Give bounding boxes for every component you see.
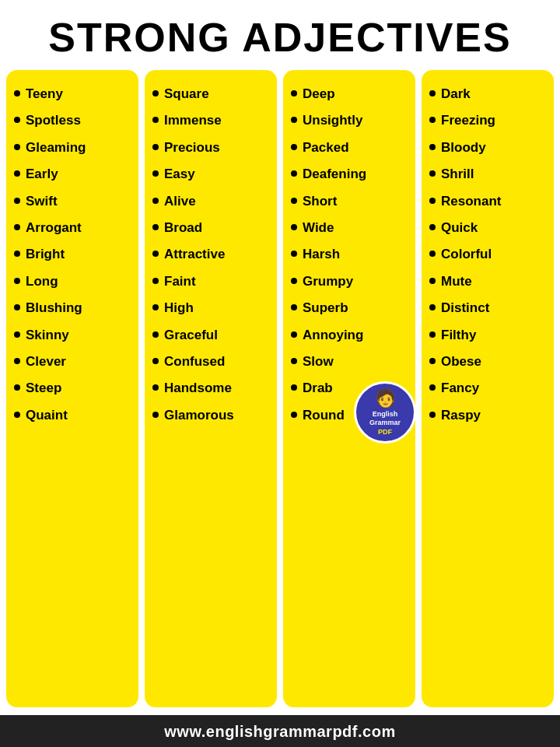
adjective-label: Fancy — [441, 381, 479, 396]
list-item: Annoying — [291, 322, 408, 349]
list-item: Resonant — [429, 188, 546, 215]
bullet-icon — [291, 412, 297, 418]
adjective-label: Spotless — [26, 113, 81, 128]
logo-line3: PDF — [378, 428, 392, 437]
adjective-label: Slow — [303, 354, 334, 370]
adjective-label: Early — [26, 167, 58, 182]
bullet-icon — [152, 90, 159, 96]
footer: www.englishgrammarpdf.com — [0, 715, 560, 747]
adjective-label: Freezing — [441, 113, 495, 128]
list-item: Faint — [152, 268, 269, 295]
adjective-label: Unsightly — [303, 113, 362, 128]
list-item: Bright — [14, 241, 131, 268]
list-item: High — [152, 295, 269, 321]
bullet-icon — [429, 251, 436, 257]
list-item: Precious — [152, 135, 269, 161]
list-item: Distinct — [429, 295, 546, 321]
list-item: Fancy — [429, 375, 546, 402]
bullet-icon — [14, 358, 20, 364]
column-4: DarkFreezingBloodyShrillResonantQuickCol… — [422, 70, 554, 707]
bullet-icon — [14, 198, 20, 204]
bullet-icon — [14, 412, 20, 418]
list-item: Superb — [291, 295, 408, 321]
adjective-label: Round — [303, 408, 345, 423]
bullet-icon — [291, 251, 297, 257]
list-item: Blushing — [14, 295, 131, 321]
bullet-icon — [14, 384, 20, 391]
bullet-icon — [152, 224, 159, 230]
bullet-icon — [14, 170, 20, 177]
logo-line2: Grammar — [369, 419, 401, 428]
list-item: Arrogant — [14, 215, 131, 241]
bullet-icon — [152, 331, 159, 338]
adjective-label: Easy — [164, 167, 195, 182]
adjective-label: Gleaming — [26, 140, 86, 156]
adjective-label: Teeny — [26, 86, 63, 102]
bullet-icon — [14, 90, 20, 96]
adjective-label: Grumpy — [303, 274, 353, 289]
list-item: Early — [14, 161, 131, 188]
list-item: Long — [14, 268, 131, 295]
columns-area: TeenySpotlessGleamingEarlySwiftArrogantB… — [0, 70, 560, 715]
page-title: STRONG ADJECTIVES — [0, 0, 560, 70]
adjective-label: Clever — [26, 354, 66, 370]
list-item: Alive — [152, 188, 269, 215]
bullet-icon — [152, 278, 159, 284]
list-item: Attractive — [152, 241, 269, 268]
bullet-icon — [429, 384, 436, 391]
list-item: Harsh — [291, 241, 408, 268]
adjective-label: High — [164, 300, 194, 316]
bullet-icon — [152, 304, 159, 310]
list-item: Spotless — [14, 107, 131, 134]
list-item: Teeny — [14, 81, 131, 107]
bullet-icon — [291, 331, 297, 338]
list-item: Graceful — [152, 322, 269, 349]
bullet-icon — [152, 412, 159, 418]
bullet-icon — [152, 384, 159, 391]
bullet-icon — [291, 144, 297, 150]
list-item: Glamorous — [152, 402, 269, 429]
bullet-icon — [429, 358, 436, 364]
bullet-icon — [14, 224, 20, 230]
adjective-label: Steep — [26, 381, 61, 396]
list-item: Grumpy — [291, 268, 408, 295]
list-item: Handsome — [152, 375, 269, 402]
bullet-icon — [429, 170, 436, 177]
bullet-icon — [291, 384, 297, 391]
adjective-label: Drab — [303, 381, 333, 396]
adjective-label: Obese — [441, 354, 481, 370]
adjective-label: Long — [26, 274, 58, 289]
list-item: Mute — [429, 268, 546, 295]
column-2: SquareImmensePreciousEasyAliveBroadAttra… — [145, 70, 277, 707]
list-item: Deafening — [291, 161, 408, 188]
adjective-label: Deep — [303, 86, 335, 102]
adjective-label: Quick — [441, 220, 478, 236]
adjective-label: Precious — [164, 140, 220, 156]
adjective-label: Glamorous — [164, 408, 234, 423]
list-item: Broad — [152, 215, 269, 241]
list-item: Obese — [429, 349, 546, 375]
adjective-label: Superb — [303, 300, 348, 316]
list-item: Confused — [152, 349, 269, 375]
adjective-label: Graceful — [164, 328, 218, 343]
adjective-label: Immense — [164, 113, 222, 128]
adjective-label: Raspy — [441, 408, 481, 423]
bullet-icon — [14, 117, 20, 123]
bullet-icon — [152, 144, 159, 150]
bullet-icon — [429, 144, 436, 150]
list-item: Unsightly — [291, 107, 408, 134]
adjective-label: Blushing — [26, 300, 82, 316]
adjective-label: Resonant — [441, 194, 501, 209]
bullet-icon — [429, 304, 436, 310]
bullet-icon — [291, 358, 297, 364]
adjective-label: Skinny — [26, 328, 69, 343]
adjective-label: Wide — [303, 220, 334, 236]
adjective-label: Alive — [164, 194, 196, 209]
list-item: Freezing — [429, 107, 546, 134]
bullet-icon — [429, 117, 436, 123]
list-item: Deep — [291, 81, 408, 107]
bullet-icon — [14, 304, 20, 310]
list-item: Shrill — [429, 161, 546, 188]
adjective-label: Swift — [26, 194, 58, 209]
bullet-icon — [429, 224, 436, 230]
